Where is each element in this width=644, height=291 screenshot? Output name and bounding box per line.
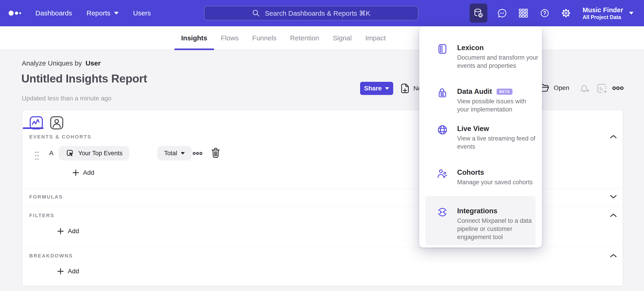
menu-item-integrations[interactable]: Integrations Connect Mixpanel to a data … [419,207,542,241]
collapse-filters-button[interactable] [610,213,617,218]
section-events-label: EVENTS & COHORTS [29,134,92,140]
lock-icon [437,87,448,98]
tab-flows-label: Flows [221,34,238,42]
tab-funnels[interactable]: Funnels [245,26,283,50]
menu-item-title: Integrations [457,207,497,216]
lexicon-book-icon [437,44,448,54]
menu-item-title: Lexicon [457,43,484,52]
menu-item-desc: Manage your saved cohorts [457,178,539,186]
nav-users-label: Users [133,9,151,17]
analysis-context: Analyze Uniques byUser [22,59,101,67]
nav-users[interactable]: Users [133,9,151,17]
bell-plus-icon [579,83,590,94]
menu-item-title: Live View [457,124,489,133]
plus-icon [72,170,79,176]
tab-retention[interactable]: Retention [283,26,326,50]
search-placeholder: Search Dashboards & Reports ⌘K [265,9,370,17]
menu-item-cohorts[interactable]: Cohorts Manage your saved cohorts [419,168,542,186]
tab-profiles-view[interactable] [50,116,64,131]
feedback-button[interactable] [492,0,513,26]
page-title[interactable]: Untitled Insights Report [21,72,147,85]
section-formulas-label: FORMULAS [29,194,63,200]
aggregation-select-button[interactable]: Total [157,146,192,160]
svg-text:?: ? [543,10,546,16]
report-tab-bar: Insights Flows Funnels Retention Signal … [0,26,644,50]
context-prefix: Analyze Uniques by [22,59,82,67]
tab-impact[interactable]: Impact [358,26,392,50]
project-name: Music Finder [582,6,623,14]
data-management-button[interactable] [470,4,487,23]
chevron-down-icon [629,12,634,14]
event-select-label: Your Top Events [78,150,122,157]
event-row-more-button[interactable] [193,151,202,156]
add-breakdown-label: Add [68,268,79,275]
project-selector[interactable]: Music Finder All Project Data [582,6,634,20]
event-select-button[interactable]: Your Top Events [59,146,129,160]
help-icon: ? [540,8,550,18]
event-cursor-icon [66,149,74,158]
apps-grid-icon [518,8,528,18]
context-value-dropdown[interactable]: User [86,59,101,67]
settings-button[interactable] [555,0,577,26]
menu-item-desc: Connect Mixpanel to a data pipeline or c… [457,217,539,241]
plus-icon [57,268,64,275]
chevron-down-icon [114,12,118,14]
add-event-button[interactable]: Add [72,169,94,176]
add-to-dashboard-button[interactable] [596,82,608,95]
add-breakdown-button[interactable]: Add [57,268,79,275]
more-options-button[interactable] [612,86,624,92]
tab-insights-label: Insights [181,34,207,42]
divider [22,248,623,248]
tab-insights[interactable]: Insights [174,26,214,50]
collapse-breakdowns-button[interactable] [610,254,617,259]
tab-signal[interactable]: Signal [326,26,358,50]
section-filters-label: FILTERS [29,213,54,219]
user-profile-icon [50,116,64,130]
gear-icon [561,8,571,18]
tab-retention-label: Retention [290,34,319,42]
drag-handle[interactable] [35,151,39,162]
apps-grid-button[interactable] [513,0,534,26]
add-filter-button[interactable]: Add [57,228,79,235]
top-nav-bar: Dashboards Reports Users Search Dashboar… [0,0,644,26]
collapse-events-button[interactable] [610,135,617,140]
cohorts-people-icon [437,168,448,179]
expand-formulas-button[interactable] [610,195,617,200]
data-management-menu: Lexicon Document and transform your even… [419,26,542,248]
feedback-bubble-icon [497,8,507,18]
updated-timestamp: Updated less than a minute ago [22,95,111,102]
menu-item-lexicon[interactable]: Lexicon Document and transform your even… [419,43,542,70]
globe-icon [437,125,448,135]
database-gear-icon [473,8,484,18]
section-breakdowns-label: BREAKDOWNS [29,253,73,259]
share-button[interactable]: Share [360,82,393,95]
tab-flows[interactable]: Flows [214,26,245,50]
open-report-button[interactable]: Open [539,82,570,94]
menu-item-title: Cohorts [457,168,484,177]
aggregation-label: Total [164,150,177,157]
menu-item-data-audit[interactable]: Data Audit BETA View possible issues wit… [419,87,542,114]
nav-dashboards[interactable]: Dashboards [35,9,72,17]
menu-item-live-view[interactable]: Live View View a live streaming feed of … [419,124,542,151]
tab-impact-label: Impact [365,34,386,42]
project-scope: All Project Data [582,14,623,20]
open-button-label: Open [554,84,570,92]
trash-icon [211,148,220,158]
add-alert-button[interactable] [579,83,590,95]
event-row-letter: A [49,150,54,157]
nav-dashboards-label: Dashboards [35,9,72,17]
delete-event-button[interactable] [211,148,220,159]
chart-plus-icon [596,82,608,94]
help-button[interactable]: ? [534,0,555,26]
nav-reports[interactable]: Reports [86,9,118,17]
mixpanel-logo-icon[interactable] [8,0,24,26]
more-ellipsis-icon [193,151,202,155]
menu-item-title: Data Audit [457,87,492,96]
plus-icon [57,228,64,234]
add-event-label: Add [83,169,94,176]
more-ellipsis-icon [612,86,624,91]
search-icon [252,9,260,17]
integrations-sync-icon [437,207,448,217]
add-filter-label: Add [68,228,79,235]
search-input[interactable]: Search Dashboards & Reports ⌘K [204,6,418,20]
